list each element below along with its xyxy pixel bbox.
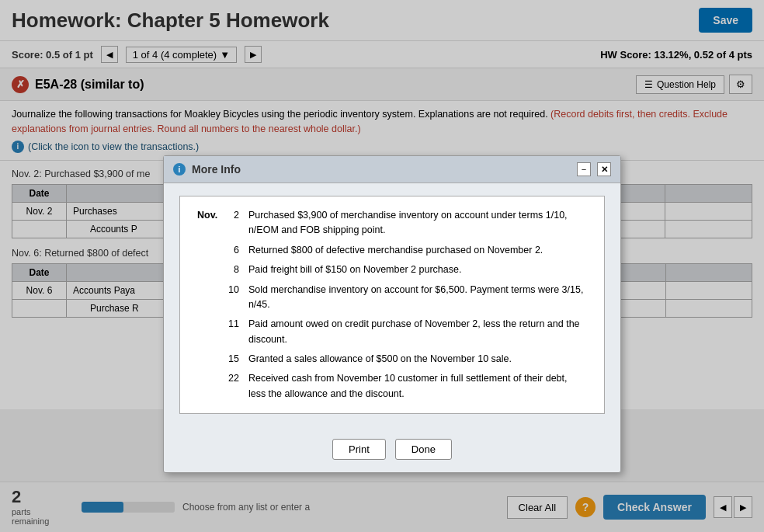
list-item: 10Sold merchandise inventory on account … <box>193 280 592 315</box>
modal-minimize-button[interactable]: − <box>577 162 591 176</box>
modal-footer: Print Done <box>164 439 620 472</box>
modal-info-icon: i <box>173 163 186 176</box>
list-item: 8Paid freight bill of $150 on November 2… <box>193 260 592 280</box>
modal-close-button[interactable]: ✕ <box>597 162 611 176</box>
modal-content-box: Nov.2Purchased $3,900 of merchandise inv… <box>179 196 605 414</box>
modal-overlay[interactable]: i More Info − ✕ Nov.2Purchased $3,900 of… <box>0 0 764 532</box>
list-item: 6Returned $800 of defective merchandise … <box>193 241 592 260</box>
more-info-modal: i More Info − ✕ Nov.2Purchased $3,900 of… <box>163 155 621 473</box>
done-button[interactable]: Done <box>395 439 452 460</box>
modal-body: Nov.2Purchased $3,900 of merchandise inv… <box>164 183 620 439</box>
transaction-list: Nov.2Purchased $3,900 of merchandise inv… <box>193 206 592 404</box>
list-item: Nov.2Purchased $3,900 of merchandise inv… <box>193 206 592 241</box>
list-item: 11Paid amount owed on credit purchase of… <box>193 315 592 349</box>
list-item: 15Granted a sales allowance of $500 on t… <box>193 349 592 369</box>
print-button[interactable]: Print <box>332 439 386 460</box>
modal-header: i More Info − ✕ <box>164 156 620 183</box>
list-item: 22Received cash from November 10 custome… <box>193 369 592 404</box>
modal-title: More Info <box>192 163 571 176</box>
